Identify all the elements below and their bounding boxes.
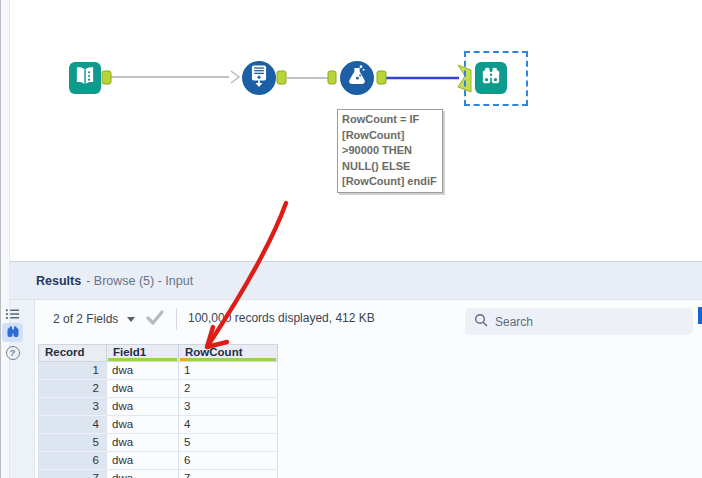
table-cell[interactable]: 1 [179, 362, 278, 380]
table-cell[interactable]: 5 [179, 434, 278, 452]
records-summary: 100,000 records displayed, 412 KB [188, 311, 375, 325]
quality-bar-rowcount [180, 358, 276, 361]
metadata-list-icon[interactable] [3, 306, 22, 321]
table-cell[interactable]: 7 [38, 470, 107, 478]
table-body: 1dwa12dwa23dwa34dwa45dwa56dwa67dwa7 [38, 362, 278, 478]
formula-annotation[interactable]: RowCount = IF [RowCount] >90000 THEN NUL… [337, 109, 443, 193]
fields-dropdown-label: 2 of 2 Fields [53, 312, 118, 326]
table-cell[interactable]: 4 [38, 416, 107, 434]
table-cell[interactable]: 2 [179, 380, 278, 398]
results-panel-header[interactable]: Results - Browse (5) - Input [10, 261, 702, 300]
column-header-record[interactable]: Record [38, 344, 107, 362]
results-title: Results [36, 274, 81, 288]
table-row[interactable]: 3dwa3 [38, 398, 278, 416]
toolbar-divider [176, 308, 177, 330]
table-cell[interactable]: dwa [107, 398, 179, 416]
table-cell[interactable]: dwa [107, 470, 179, 478]
grid-header-row: Record Field1 RowCount [38, 344, 278, 362]
generate-rows-icon [244, 61, 274, 95]
table-cell[interactable]: 5 [38, 434, 107, 452]
search-placeholder: Search [495, 315, 533, 329]
collapsed-left-panel[interactable] [0, 0, 10, 478]
table-row[interactable]: 7dwa7 [38, 470, 278, 478]
search-input[interactable]: Search [465, 308, 693, 335]
open-book-icon [72, 63, 98, 93]
table-cell[interactable]: 3 [179, 398, 278, 416]
table-row[interactable]: 1dwa1 [38, 362, 278, 380]
table-cell[interactable]: 6 [38, 452, 107, 470]
table-row[interactable]: 4dwa4 [38, 416, 278, 434]
apply-check-icon[interactable] [146, 309, 164, 330]
browse-tab-active[interactable] [2, 323, 23, 342]
workflow-canvas[interactable]: RowCount = IF [RowCount] >90000 THEN NUL… [10, 0, 702, 261]
table-cell[interactable]: dwa [107, 362, 179, 380]
table-cell[interactable]: 2 [38, 380, 107, 398]
input-data-tool[interactable] [69, 62, 101, 94]
results-subtitle: - Browse (5) - Input [86, 274, 193, 288]
browse-tool[interactable] [475, 62, 507, 94]
results-data-grid: Record Field1 RowCount 1dwa12dwa23dwa34d… [38, 344, 278, 478]
generate-rows-tool[interactable] [242, 61, 276, 95]
table-cell[interactable]: 7 [179, 470, 278, 478]
table-cell[interactable]: 4 [179, 416, 278, 434]
table-row[interactable]: 5dwa5 [38, 434, 278, 452]
table-cell[interactable]: 1 [38, 362, 107, 380]
table-cell[interactable]: 3 [38, 398, 107, 416]
binoculars-icon [478, 63, 504, 93]
table-cell[interactable]: dwa [107, 416, 179, 434]
search-icon [474, 313, 488, 331]
column-header-field1[interactable]: Field1 [107, 344, 179, 362]
quality-bar-field1 [108, 358, 177, 361]
flask-icon [342, 61, 372, 95]
fields-dropdown-button[interactable]: 2 of 2 Fields [53, 310, 135, 328]
formula-tool[interactable] [340, 61, 374, 95]
table-cell[interactable]: dwa [107, 434, 179, 452]
table-cell[interactable]: 6 [179, 452, 278, 470]
column-header-rowcount[interactable]: RowCount [179, 344, 278, 362]
table-cell[interactable]: dwa [107, 452, 179, 470]
table-row[interactable]: 6dwa6 [38, 452, 278, 470]
help-icon[interactable]: ? [3, 345, 22, 360]
table-cell[interactable]: dwa [107, 380, 179, 398]
table-row[interactable]: 2dwa2 [38, 380, 278, 398]
vertical-scrollbar-thumb[interactable] [698, 307, 702, 324]
chevron-down-icon [127, 317, 135, 322]
binoculars-blue-icon [5, 326, 21, 339]
